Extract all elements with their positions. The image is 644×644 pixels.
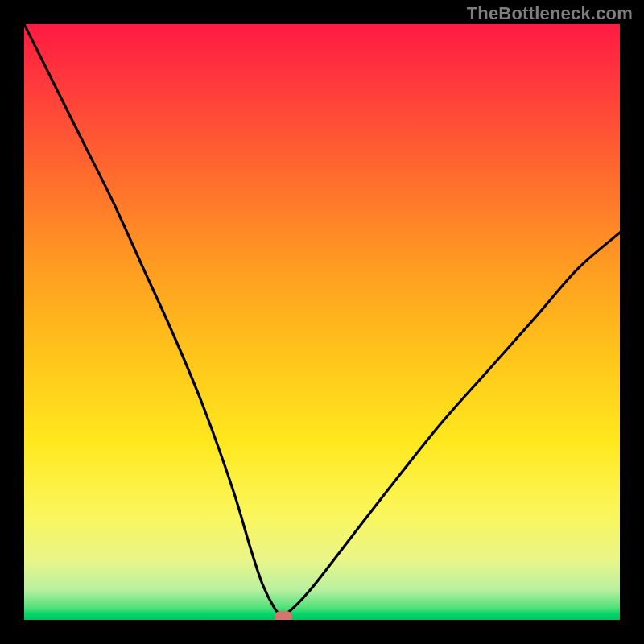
minimum-marker bbox=[275, 611, 292, 620]
chart-frame: TheBottleneck.com bbox=[0, 0, 644, 644]
watermark-text: TheBottleneck.com bbox=[467, 3, 633, 24]
plot-area bbox=[24, 24, 620, 620]
bottleneck-curve bbox=[24, 24, 620, 620]
curve-path bbox=[24, 24, 620, 616]
